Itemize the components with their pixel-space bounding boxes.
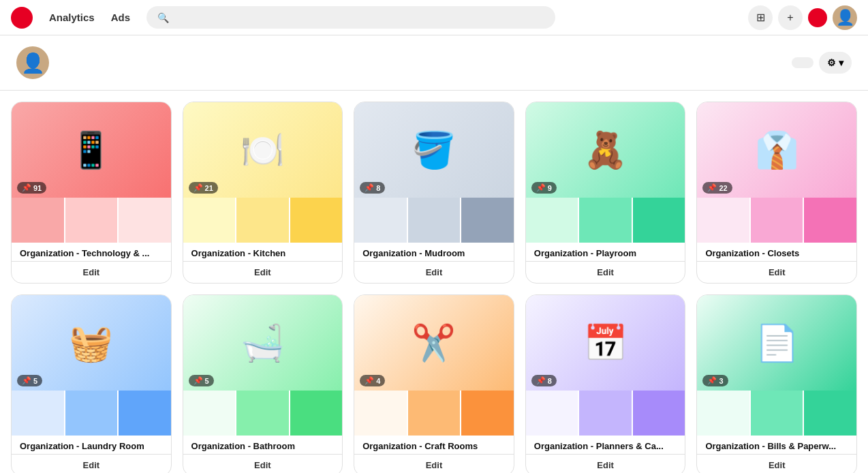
board-thumb-2 [236, 391, 289, 436]
board-title: Organization - Kitchen [183, 243, 343, 261]
board-main-image: 🛁 📌 5 [183, 295, 343, 391]
board-thumb-2 [751, 391, 803, 436]
board-thumb-1 [12, 198, 64, 243]
board-thumb-3 [633, 391, 685, 436]
board-main-image: 📅 📌 8 [526, 295, 685, 391]
profile-section: 👤 ⚙ ▾ [0, 35, 868, 91]
pin-icon: 📌 [193, 183, 203, 192]
board-thumb-2 [236, 198, 289, 243]
board-footer: Edit [183, 454, 343, 473]
board-main-image: 📄 📌 3 [697, 295, 856, 391]
board-footer: Edit [183, 261, 343, 283]
board-thumbnails [526, 198, 685, 243]
notification-badge[interactable] [808, 8, 827, 27]
board-edit-button[interactable]: Edit [769, 460, 786, 470]
board-title: Organization - Closets [697, 243, 856, 261]
board-card-craft[interactable]: ✂️ 📌 4 Organization - Craft Rooms Edit [354, 294, 514, 473]
board-main-image: 🍽️ 📌 21 [183, 102, 343, 198]
board-thumbnails [354, 198, 514, 243]
board-footer: Edit [12, 261, 171, 283]
search-input[interactable] [174, 12, 544, 23]
board-footer: Edit [12, 454, 171, 473]
header: Analytics Ads 🔍 ⊞ + 👤 [0, 0, 868, 35]
board-edit-button[interactable]: Edit [426, 460, 443, 470]
board-card-laundry[interactable]: 🧺 📌 5 Organization - Laundry Room Edit [11, 294, 172, 473]
avatar-image: 👤 [836, 9, 854, 27]
settings-icon: ⚙ [827, 57, 836, 68]
board-main-image-container: Organization - Planners & Calendars 📅 📌 … [526, 295, 685, 391]
board-card-playroom[interactable]: 🧸 📌 9 Organization - Playroom Edit [525, 102, 686, 284]
boards-container: 📱 📌 91 Organization - Technology & ... E… [0, 91, 868, 473]
board-card-bathroom[interactable]: 🛁 📌 5 Organization - Bathroom Edit [183, 294, 343, 473]
grid-icon: ⊞ [756, 11, 765, 24]
board-footer: Edit [526, 261, 685, 283]
header-right: ⊞ + 👤 [748, 5, 857, 30]
board-main-image: 🪣 📌 8 [354, 102, 514, 198]
board-thumbnails [12, 391, 171, 436]
board-count: 91 [33, 184, 42, 192]
header-nav: Analytics Ads [44, 9, 136, 26]
board-edit-button[interactable]: Edit [83, 460, 100, 470]
board-count: 4 [376, 377, 380, 385]
board-footer: Edit [526, 454, 685, 473]
board-card-bills[interactable]: 📄 📌 3 Organization - Bills & Paperw... E… [696, 294, 857, 473]
board-edit-button[interactable]: Edit [254, 267, 271, 277]
board-main-image-container: 🧺 📌 5 [12, 295, 171, 391]
board-main-image-container: 📄 📌 3 [697, 295, 856, 391]
board-card-tech[interactable]: 📱 📌 91 Organization - Technology & ... E… [11, 102, 172, 284]
board-title: Organization - Technology & ... [12, 243, 171, 261]
profile-right: ⚙ ▾ [792, 52, 852, 74]
board-thumb-2 [65, 198, 118, 243]
board-card-kitchen[interactable]: 🍽️ 📌 21 Organization - Kitchen Edit [183, 102, 343, 284]
user-avatar[interactable]: 👤 [833, 5, 857, 30]
board-thumb-2 [579, 198, 632, 243]
board-count-badge: 📌 21 [189, 182, 218, 194]
board-edit-button[interactable]: Edit [426, 267, 443, 277]
board-count-badge: 📌 91 [17, 182, 46, 194]
board-thumbnails [697, 391, 856, 436]
board-edit-button[interactable]: Edit [83, 267, 100, 277]
board-title: Organization - Bathroom [183, 436, 343, 454]
board-card-planners[interactable]: Organization - Planners & Calendars 📅 📌 … [525, 294, 686, 473]
board-thumb-3 [804, 198, 856, 243]
search-icon: 🔍 [157, 12, 169, 23]
pin-icon: 📌 [193, 376, 203, 385]
boards-grid: 📱 📌 91 Organization - Technology & ... E… [11, 102, 857, 473]
board-count: 8 [376, 184, 380, 192]
profile-avatar-image: 👤 [21, 52, 45, 74]
board-title: Organization - Mudroom [354, 243, 514, 261]
board-edit-button[interactable]: Edit [597, 267, 614, 277]
nav-ads[interactable]: Ads [106, 9, 136, 26]
profile-avatar: 👤 [16, 46, 49, 79]
grid-view-button[interactable]: ⊞ [748, 5, 773, 30]
board-thumbnails [183, 391, 343, 436]
pin-icon: 📌 [22, 183, 31, 192]
plus-icon: + [787, 12, 793, 24]
nav-analytics[interactable]: Analytics [44, 9, 100, 26]
board-thumb-3 [290, 391, 343, 436]
board-thumbnails [12, 198, 171, 243]
board-card-mudroom[interactable]: 🪣 📌 8 Organization - Mudroom Edit [354, 102, 514, 284]
settings-button[interactable]: ⚙ ▾ [819, 52, 852, 74]
pinterest-logo[interactable] [11, 7, 33, 29]
board-thumb-1 [697, 198, 749, 243]
edit-profile-button[interactable] [792, 57, 813, 68]
board-thumb-3 [290, 198, 343, 243]
board-count-badge: 📌 5 [17, 375, 42, 386]
chevron-down-icon: ▾ [839, 57, 843, 68]
board-main-image: ✂️ 📌 4 [354, 295, 514, 391]
board-footer: Edit [697, 261, 856, 283]
add-button[interactable]: + [778, 5, 803, 30]
board-count: 5 [205, 377, 209, 385]
board-card-closets[interactable]: 👔 📌 22 Organization - Closets Edit [696, 102, 857, 284]
board-main-image: 👔 📌 22 [697, 102, 856, 198]
board-edit-button[interactable]: Edit [769, 267, 786, 277]
board-count: 21 [205, 184, 213, 192]
board-edit-button[interactable]: Edit [254, 460, 271, 470]
board-thumb-3 [119, 391, 171, 436]
board-footer: Edit [354, 454, 514, 473]
board-count-badge: 📌 8 [360, 182, 385, 194]
board-edit-button[interactable]: Edit [597, 460, 614, 470]
search-bar[interactable]: 🔍 [146, 6, 555, 29]
board-thumb-1 [697, 391, 749, 436]
